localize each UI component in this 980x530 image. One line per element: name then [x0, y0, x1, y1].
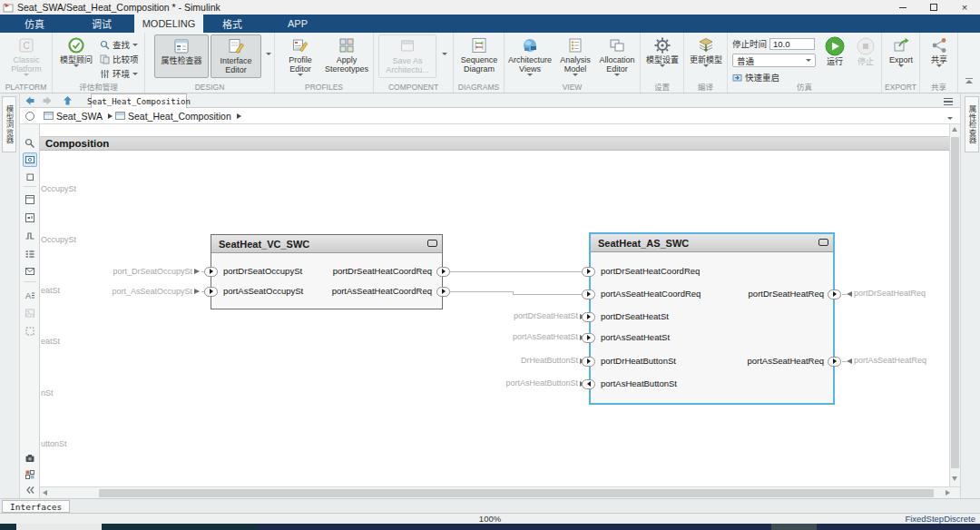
find-button[interactable]: 查找 — [100, 38, 138, 51]
toolstrip-ribbon: C Classic Platform PLATFORM 模型顾问 查找 比较项 — [0, 33, 980, 93]
compare-icon — [100, 54, 110, 64]
up-to-parent-button[interactable] — [62, 95, 74, 106]
export-button[interactable]: Export — [883, 34, 919, 67]
property-inspector-button[interactable]: 属性检查器 — [154, 34, 209, 78]
toolstrip-tab-bar: 仿真 调试 MODELING 格式 APP ? — [0, 15, 980, 33]
close-button[interactable]: × — [949, 0, 980, 15]
minimize-button[interactable] — [887, 0, 918, 15]
output-port[interactable] — [436, 287, 450, 297]
connector-line[interactable] — [513, 294, 590, 295]
property-inspector-tab[interactable]: 属性检查器 — [965, 96, 979, 152]
external-port-arrow-icon — [847, 291, 852, 297]
simulation-mode-select[interactable]: 普通 — [732, 54, 816, 67]
breadcrumb-root[interactable]: Seat_SWA — [56, 111, 103, 122]
output-port[interactable] — [828, 357, 841, 367]
output-port[interactable] — [436, 267, 450, 277]
scroll-up-icon[interactable] — [952, 127, 957, 132]
sequence-diagram-button[interactable]: Sequence Diagram — [456, 34, 502, 74]
breadcrumb-current[interactable]: Seat_Heat_Composition — [128, 111, 231, 122]
back-button[interactable] — [24, 95, 35, 106]
input-port[interactable] — [582, 333, 595, 343]
input-port[interactable] — [204, 287, 218, 297]
profile-editor-caret-icon — [298, 74, 303, 76]
input-port[interactable] — [582, 357, 595, 367]
group-label-simulate: 仿真 — [728, 81, 881, 92]
region-icon[interactable] — [23, 170, 37, 184]
input-port[interactable] — [582, 312, 595, 322]
model-browser-tab[interactable]: 模型浏览器 — [2, 96, 16, 152]
tab-modeling[interactable]: MODELING — [134, 15, 203, 33]
document-tab[interactable]: Seat_Heat_Composition — [91, 93, 187, 108]
scroll-left-icon[interactable] — [43, 490, 47, 496]
design-gallery-caret[interactable] — [263, 53, 274, 55]
collapse-icon[interactable] — [23, 483, 37, 497]
legend-icon[interactable] — [23, 247, 37, 261]
component-gallery-caret[interactable] — [439, 53, 450, 55]
stop-time-input[interactable] — [769, 38, 815, 50]
external-port-label: portDrSeatHeatReq — [854, 289, 926, 298]
collapse-ribbon-button[interactable] — [963, 78, 975, 87]
screenshot-icon[interactable] — [23, 152, 37, 167]
breadcrumb-dropdown[interactable] — [947, 111, 953, 122]
analysis-model-button[interactable]: Analysis Model — [555, 34, 595, 76]
interfaces-panel-tab[interactable]: Interfaces — [2, 500, 70, 513]
model-advisor-button[interactable]: 模型顾问 — [56, 34, 96, 67]
interface-editor-button[interactable]: Interface Editor — [211, 34, 261, 78]
profile-editor-button[interactable]: Profile Editor — [279, 34, 321, 76]
tab-format[interactable]: 格式 — [207, 15, 258, 33]
forward-icon — [42, 95, 54, 106]
block-header[interactable]: SeatHeat_VC_SWC — [211, 235, 442, 253]
area-icon[interactable] — [23, 324, 37, 339]
input-port[interactable] — [204, 267, 218, 277]
diagram-canvas[interactable]: Composition OccupySt OccupySt eatSt eatS… — [40, 124, 949, 486]
connector-line[interactable] — [450, 291, 514, 292]
block-header[interactable]: SeatHeat_AS_SWC — [591, 234, 833, 252]
group-settings: 模型设置 设置 — [641, 33, 684, 93]
environment-button[interactable]: 环境 — [100, 67, 138, 80]
maximize-button[interactable] — [918, 0, 949, 15]
grid-icon[interactable] — [23, 467, 37, 482]
camera-icon[interactable] — [23, 451, 37, 466]
connector-line[interactable] — [450, 271, 590, 272]
mail-icon[interactable] — [23, 264, 37, 279]
canvas-palette: A — [20, 124, 40, 498]
window-icon[interactable] — [23, 192, 37, 207]
compass-icon[interactable] — [25, 112, 34, 121]
vertical-scroll-thumb[interactable] — [951, 137, 959, 468]
scroll-down-icon[interactable] — [952, 476, 957, 481]
taskbar-segment[interactable] — [16, 524, 102, 530]
viewport-icon[interactable] — [23, 211, 37, 225]
horizontal-scrollbar[interactable] — [40, 486, 960, 498]
input-port[interactable] — [582, 267, 595, 277]
output-port[interactable] — [828, 290, 841, 299]
architecture-views-button[interactable]: Architecture Views — [506, 34, 554, 76]
compare-button[interactable]: 比较项 — [100, 53, 139, 65]
share-button[interactable]: 共享 — [921, 34, 957, 67]
tab-simulation[interactable]: 仿真 — [9, 15, 60, 33]
port-label: portDrSeatHeatReq — [715, 289, 824, 299]
output-port-left[interactable] — [582, 379, 595, 389]
solver-name[interactable]: FixedStepDiscrete — [905, 514, 975, 524]
model-settings-button[interactable]: 模型设置 — [642, 34, 682, 67]
breadcrumb: Seat_SWA Seat_Heat_Composition — [20, 108, 960, 124]
run-button[interactable]: 运行 — [818, 34, 851, 66]
forward-button[interactable] — [42, 95, 54, 106]
group-label-diagrams: DIAGRAMS — [454, 83, 504, 92]
signal-icon[interactable] — [23, 229, 37, 243]
zoom-icon[interactable] — [23, 136, 37, 151]
allocation-editor-button[interactable]: Allocation Editor — [595, 34, 639, 76]
apply-stereotypes-button[interactable]: Apply Stereotypes — [323, 34, 370, 74]
input-port[interactable] — [582, 290, 595, 299]
scroll-right-icon[interactable] — [946, 490, 950, 496]
tab-list-icon[interactable] — [944, 98, 953, 105]
update-model-button[interactable]: 更新模型 — [686, 34, 726, 67]
architecture-views-icon — [521, 36, 539, 54]
annotation-icon[interactable]: A — [23, 288, 37, 302]
horizontal-scroll-thumb[interactable] — [99, 489, 934, 497]
image-icon[interactable] — [23, 306, 37, 320]
port-label: portDrHeatButtonSt — [601, 356, 676, 366]
save-as-architecture-icon — [398, 37, 416, 55]
tab-app[interactable]: APP — [272, 15, 323, 33]
tab-debug[interactable]: 调试 — [76, 15, 127, 33]
vertical-scrollbar[interactable] — [949, 124, 960, 486]
